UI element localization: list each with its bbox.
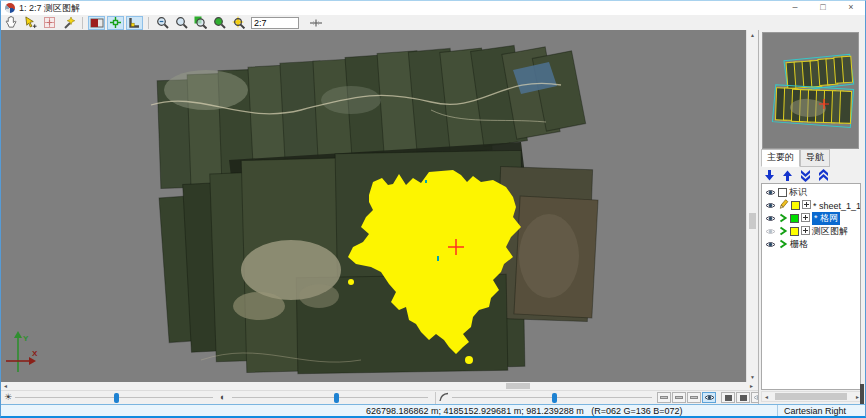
- tab-main[interactable]: 主要的: [761, 149, 800, 167]
- square-icon: [740, 395, 747, 401]
- scrollbar-thumb[interactable]: [749, 213, 756, 229]
- hand-icon: [5, 16, 18, 29]
- eye-icon: [704, 393, 715, 402]
- double-arrow-up-icon: [817, 169, 830, 182]
- scroll-right-icon[interactable]: ►: [749, 383, 754, 389]
- visibility-eye-icon[interactable]: [765, 240, 776, 249]
- app-window: 1: 2:7 测区图解 – □ ×: [0, 0, 866, 418]
- layer-toggle-button[interactable]: [657, 392, 671, 403]
- measure-tool-button[interactable]: [60, 16, 77, 30]
- chevron-icon[interactable]: [778, 213, 788, 225]
- profile-tool-button[interactable]: [307, 16, 324, 30]
- map-canvas[interactable]: Y X: [1, 30, 746, 382]
- layer-label[interactable]: 标识: [789, 186, 807, 199]
- show-overlay-button[interactable]: [702, 392, 716, 403]
- add-point-tool-button[interactable]: [22, 16, 39, 30]
- layer-label[interactable]: 栅格: [790, 238, 808, 251]
- scroll-left-icon[interactable]: ◄: [764, 394, 769, 400]
- slider-thumb[interactable]: [114, 393, 119, 403]
- cursor-coordinates: 626798.186862 m; 4185152.929681 m; 981.2…: [366, 406, 683, 416]
- magnifier-minus-icon: [156, 16, 169, 29]
- center-target-button[interactable]: [107, 16, 124, 30]
- layer-row[interactable]: 测区图解: [762, 225, 860, 238]
- coverage-speck: [348, 279, 354, 285]
- chevron-icon[interactable]: [778, 226, 788, 238]
- stereo-pair-view-button[interactable]: [88, 16, 105, 30]
- color-swatch[interactable]: [790, 214, 799, 223]
- visibility-eye-icon[interactable]: [765, 227, 776, 236]
- scroll-left-icon[interactable]: ◄: [3, 383, 8, 389]
- overview-thumbnail[interactable]: [762, 32, 859, 149]
- scrollbar-thumb[interactable]: [506, 383, 530, 389]
- slider-thumb[interactable]: [334, 393, 339, 403]
- stereo-mode-button[interactable]: [736, 392, 750, 403]
- canvas-horizontal-scrollbar[interactable]: ◄ ►: [1, 382, 757, 390]
- layer-row[interactable]: * sheet_1_1 (8: [762, 199, 860, 212]
- divider: [435, 392, 436, 404]
- right-panel: 主要的 导航 标识* sheet_1_1 (8* 格网测区图解栅格 ◄ ►: [758, 30, 865, 404]
- layer-toggle-button[interactable]: [687, 392, 701, 403]
- scroll-down-icon[interactable]: ▼: [750, 374, 755, 380]
- zoom-out-button[interactable]: [154, 16, 171, 30]
- expand-icon[interactable]: [802, 200, 811, 211]
- slider-track[interactable]: [232, 397, 428, 398]
- expand-icon[interactable]: [801, 213, 810, 224]
- move-down-button[interactable]: [762, 169, 776, 182]
- scroll-up-icon[interactable]: ▲: [750, 32, 755, 38]
- layer-toggle-button[interactable]: [672, 392, 686, 403]
- canvas-vertical-scrollbar[interactable]: ▲ ▼: [746, 30, 757, 382]
- visibility-eye-icon[interactable]: [765, 201, 776, 210]
- grid-tool-button[interactable]: [41, 16, 58, 30]
- image-adjust-bar: ☀ ◐: [1, 390, 758, 404]
- grid-icon: [43, 16, 56, 29]
- move-to-bottom-button[interactable]: [798, 169, 812, 182]
- app-logo-icon: [5, 3, 15, 13]
- magnifier-icon: [175, 16, 188, 29]
- layer-row[interactable]: 栅格: [762, 238, 860, 251]
- contrast-slider[interactable]: [232, 391, 428, 405]
- brightness-slider[interactable]: [15, 391, 213, 405]
- slider-thumb[interactable]: [552, 393, 557, 403]
- main-toolbar: [1, 15, 865, 30]
- pan-hand-tool-button[interactable]: [3, 16, 20, 30]
- layer-label[interactable]: * sheet_1_1 (8: [813, 201, 861, 211]
- layer-row[interactable]: * 格网: [762, 212, 860, 225]
- layer-label[interactable]: * 格网: [812, 212, 840, 225]
- display-mode-buttons: [657, 392, 765, 403]
- move-to-top-button[interactable]: [816, 169, 830, 182]
- scrollbar-thumb[interactable]: [775, 393, 847, 400]
- stereo-mode-button[interactable]: [721, 392, 735, 403]
- color-swatch[interactable]: [791, 201, 800, 210]
- expand-icon[interactable]: [801, 226, 810, 237]
- zoom-selection-button[interactable]: [211, 16, 228, 30]
- visibility-eye-icon[interactable]: [765, 214, 776, 223]
- axis-y-label: Y: [23, 334, 29, 343]
- angle-mode-button[interactable]: [126, 16, 143, 30]
- chevron-icon[interactable]: [778, 239, 788, 251]
- visibility-eye-icon[interactable]: [765, 188, 776, 197]
- minimize-button[interactable]: –: [781, 1, 809, 15]
- close-button[interactable]: ×: [837, 1, 865, 15]
- maximize-button[interactable]: □: [809, 1, 837, 15]
- move-up-button[interactable]: [780, 169, 794, 182]
- gamma-slider[interactable]: [452, 391, 652, 405]
- corner-angle-icon: [128, 16, 141, 29]
- panel-horizontal-scrollbar[interactable]: ◄ ►: [761, 391, 861, 402]
- zoom-fit-extent-button[interactable]: [192, 16, 209, 30]
- zoom-highlight-button[interactable]: [230, 16, 247, 30]
- pencil-icon[interactable]: [778, 199, 789, 212]
- panel-vertical-scrollbar[interactable]: [860, 151, 865, 407]
- image-pair-icon: [90, 17, 104, 29]
- square-icon: [725, 395, 732, 401]
- layer-label[interactable]: 测区图解: [812, 225, 848, 238]
- scale-ratio-input[interactable]: [251, 17, 299, 29]
- magnifier-yellow-star-icon: [232, 16, 245, 29]
- title-bar[interactable]: 1: 2:7 测区图解 – □ ×: [1, 1, 865, 15]
- zoom-window-button[interactable]: [173, 16, 190, 30]
- tab-navigation[interactable]: 导航: [800, 149, 830, 167]
- color-swatch[interactable]: [778, 188, 787, 197]
- color-swatch[interactable]: [790, 227, 799, 236]
- layer-row[interactable]: 标识: [762, 186, 860, 199]
- layer-tree[interactable]: 标识* sheet_1_1 (8* 格网测区图解栅格: [761, 183, 861, 390]
- divider: [777, 405, 778, 417]
